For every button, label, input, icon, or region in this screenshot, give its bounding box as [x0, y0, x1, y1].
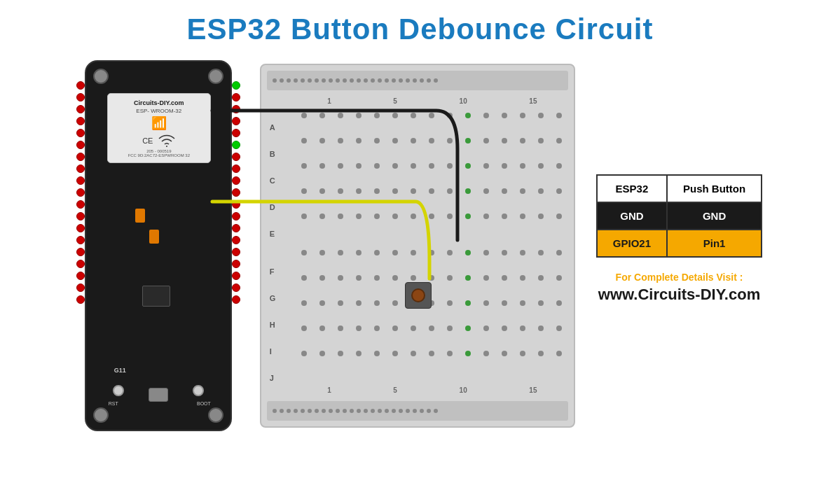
pin-l14 — [76, 236, 85, 244]
ic-chip — [142, 286, 170, 307]
svg-point-22 — [411, 138, 416, 144]
pin-r18 — [232, 284, 240, 292]
top-power-rail — [267, 71, 568, 90]
rail-hole — [392, 409, 396, 413]
svg-point-12 — [502, 113, 507, 118]
row-j: J — [270, 365, 276, 391]
pin-l7 — [76, 153, 85, 161]
svg-point-5 — [374, 113, 380, 118]
svg-point-1 — [301, 113, 307, 118]
rail-hole — [280, 78, 284, 83]
svg-point-77 — [319, 250, 325, 255]
col-label-b5: 5 — [393, 386, 397, 394]
svg-point-87 — [502, 250, 507, 255]
esp32-gpio21: GPIO21 — [597, 230, 667, 257]
svg-point-38 — [429, 163, 434, 169]
svg-point-58 — [520, 188, 525, 194]
svg-point-90 — [556, 250, 562, 255]
svg-point-45 — [556, 163, 562, 169]
row-e: E — [270, 220, 276, 247]
rst-button[interactable] — [113, 385, 124, 396]
pin-r6-gpio21 — [232, 141, 240, 149]
connection-info: ESP32 Push Button GND GND GPIO21 Pin1 Fo… — [596, 174, 762, 304]
row-b: B — [270, 141, 276, 167]
boot-button[interactable] — [193, 385, 204, 396]
svg-point-27 — [502, 138, 507, 144]
svg-point-138 — [338, 351, 343, 356]
svg-point-147 — [502, 351, 507, 356]
rail-hole — [413, 409, 417, 413]
svg-point-79 — [356, 250, 362, 255]
svg-point-80 — [374, 250, 380, 255]
svg-point-19 — [356, 138, 362, 144]
pin-r16 — [232, 260, 240, 268]
push-button[interactable] — [405, 282, 432, 309]
boot-label: BOOT — [197, 401, 211, 406]
svg-point-145 — [465, 351, 471, 356]
rail-hole — [343, 78, 347, 83]
rail-hole — [301, 409, 305, 413]
svg-point-92 — [319, 275, 325, 281]
rail-hole — [385, 409, 389, 413]
svg-point-10 — [465, 113, 471, 118]
capacitor-2 — [149, 230, 159, 244]
pin-l15 — [76, 248, 85, 256]
rail-hole — [273, 409, 277, 413]
svg-point-96 — [392, 275, 398, 281]
svg-point-64 — [356, 214, 362, 219]
svg-point-81 — [392, 250, 398, 255]
pin-l1 — [76, 81, 85, 90]
rail-hole — [364, 409, 368, 413]
rail-hole — [294, 78, 298, 83]
svg-point-56 — [483, 188, 489, 194]
svg-point-148 — [520, 351, 525, 356]
model-label: ESP- WROOM-32 — [136, 108, 181, 114]
col-label-1: 1 — [327, 97, 331, 105]
svg-point-63 — [338, 214, 343, 219]
svg-point-84 — [447, 250, 453, 255]
svg-point-124 — [356, 326, 362, 331]
svg-point-130 — [465, 326, 471, 331]
svg-point-4 — [356, 113, 362, 118]
bottom-rail-holes — [267, 409, 443, 413]
svg-point-110 — [374, 300, 380, 306]
svg-point-128 — [429, 326, 434, 331]
svg-point-50 — [374, 188, 380, 194]
svg-point-62 — [319, 214, 325, 219]
pin-l8 — [76, 164, 85, 173]
svg-point-70 — [465, 214, 471, 219]
rail-hole — [294, 409, 298, 413]
pin-r7 — [232, 153, 240, 161]
svg-point-134 — [538, 326, 544, 331]
svg-point-104 — [538, 275, 544, 281]
rail-hole — [308, 409, 312, 413]
pin-l11 — [76, 200, 85, 209]
rail-hole — [364, 78, 368, 83]
svg-point-127 — [411, 326, 416, 331]
bottom-power-rail — [267, 401, 568, 421]
svg-point-94 — [356, 275, 362, 281]
svg-point-115 — [465, 300, 471, 306]
svg-point-119 — [538, 300, 544, 306]
svg-point-48 — [338, 188, 343, 194]
svg-point-98 — [429, 275, 434, 281]
svg-point-131 — [483, 326, 489, 331]
svg-point-69 — [447, 214, 453, 219]
svg-point-83 — [429, 250, 434, 255]
svg-point-126 — [392, 326, 398, 331]
pin-l17 — [76, 272, 85, 280]
rail-hole — [420, 78, 424, 83]
row-a: A — [270, 114, 276, 141]
rail-hole — [357, 409, 361, 413]
pin-l16 — [76, 260, 85, 268]
col-label-10: 10 — [460, 97, 467, 105]
pin-l10 — [76, 188, 85, 197]
svg-point-137 — [319, 351, 325, 356]
row-c: C — [270, 167, 276, 194]
svg-point-9 — [447, 113, 453, 118]
usb-connector — [149, 388, 168, 402]
rail-hole — [434, 409, 438, 413]
svg-point-16 — [301, 138, 307, 144]
rail-hole — [427, 409, 431, 413]
svg-point-116 — [483, 300, 489, 306]
